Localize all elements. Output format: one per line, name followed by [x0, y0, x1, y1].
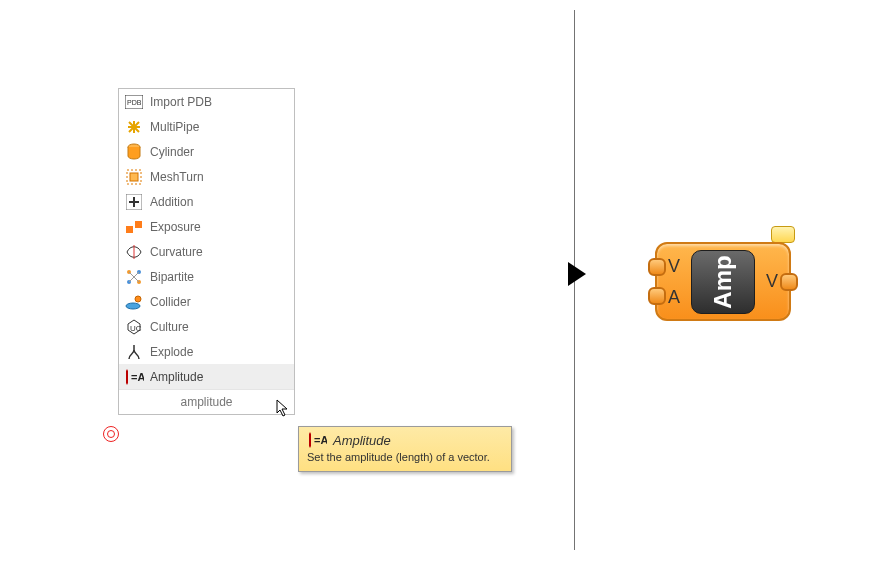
cylinder-icon	[124, 142, 144, 162]
port-label: V	[766, 272, 778, 290]
menu-item-exposure[interactable]: Exposure	[119, 214, 294, 239]
meshturn-icon	[124, 167, 144, 187]
output-port-v[interactable]	[780, 273, 798, 291]
pdb-icon: PDB	[124, 92, 144, 112]
menu-item-label: MultiPipe	[150, 120, 199, 134]
search-input[interactable]: amplitude	[119, 389, 294, 414]
plus-icon	[124, 192, 144, 212]
menu-item-amplitude[interactable]: =A Amplitude	[119, 364, 294, 389]
multipipe-icon	[124, 117, 144, 137]
svg-rect-4	[130, 173, 138, 181]
explode-icon	[124, 342, 144, 362]
menu-item-culture[interactable]: UC Culture	[119, 314, 294, 339]
menu-item-label: Addition	[150, 195, 193, 209]
component-name: Amp	[709, 255, 737, 308]
collider-icon	[124, 292, 144, 312]
culture-icon: UC	[124, 317, 144, 337]
menu-item-label: Collider	[150, 295, 191, 309]
amplitude-icon: =A	[124, 367, 144, 387]
menu-item-multipipe[interactable]: MultiPipe	[119, 114, 294, 139]
component-body[interactable]: V A V Amp	[655, 242, 791, 321]
menu-item-label: Explode	[150, 345, 193, 359]
svg-text:PDB: PDB	[127, 99, 142, 106]
tooltip: =A Amplitude Set the amplitude (length) …	[298, 426, 512, 472]
amplitude-icon: =A	[307, 432, 327, 448]
menu-item-label: MeshTurn	[150, 170, 204, 184]
menu-item-label: Exposure	[150, 220, 201, 234]
menu-item-label: Cylinder	[150, 145, 194, 159]
svg-text:=A: =A	[131, 371, 144, 383]
svg-text:=A: =A	[314, 434, 327, 446]
bipartite-icon	[124, 267, 144, 287]
menu-item-explode[interactable]: Explode	[119, 339, 294, 364]
menu-item-label: Amplitude	[150, 370, 203, 384]
target-icon	[103, 426, 119, 442]
search-text: amplitude	[180, 395, 232, 409]
menu-item-label: Bipartite	[150, 270, 194, 284]
menu-item-addition[interactable]: Addition	[119, 189, 294, 214]
arrow-right-icon	[568, 262, 586, 286]
svg-rect-7	[135, 221, 142, 228]
menu-item-meshturn[interactable]: MeshTurn	[119, 164, 294, 189]
input-port-a[interactable]	[648, 287, 666, 305]
menu-item-bipartite[interactable]: Bipartite	[119, 264, 294, 289]
menu-item-curvature[interactable]: Curvature	[119, 239, 294, 264]
menu-item-import-pdb[interactable]: PDB Import PDB	[119, 89, 294, 114]
balloon-icon[interactable]	[771, 226, 795, 243]
component-capsule[interactable]: Amp	[691, 250, 755, 314]
amplitude-component[interactable]: V A V Amp	[655, 242, 791, 321]
menu-item-label: Culture	[150, 320, 189, 334]
svg-point-13	[135, 296, 141, 302]
menu-item-cylinder[interactable]: Cylinder	[119, 139, 294, 164]
port-label: V	[668, 257, 680, 275]
menu-item-collider[interactable]: Collider	[119, 289, 294, 314]
tooltip-title: Amplitude	[333, 433, 391, 448]
svg-text:UC: UC	[130, 324, 142, 333]
menu-item-label: Import PDB	[150, 95, 212, 109]
menu-item-label: Curvature	[150, 245, 203, 259]
curvature-icon	[124, 242, 144, 262]
tooltip-description: Set the amplitude (length) of a vector.	[307, 451, 503, 463]
port-label: A	[668, 288, 680, 306]
svg-point-12	[126, 303, 140, 309]
svg-rect-6	[126, 226, 133, 233]
component-search-menu[interactable]: PDB Import PDB MultiPipe Cylinder MeshTu…	[118, 88, 295, 415]
exposure-icon	[124, 217, 144, 237]
input-port-v[interactable]	[648, 258, 666, 276]
